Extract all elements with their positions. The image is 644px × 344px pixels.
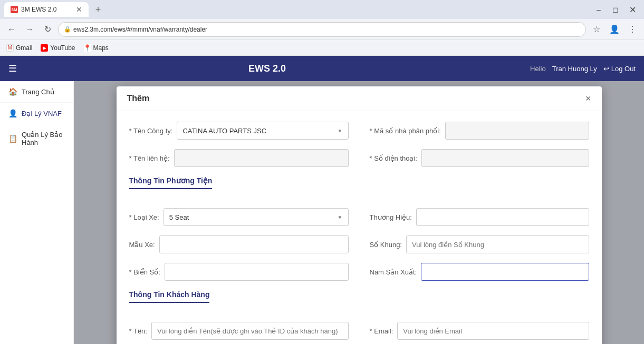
ten-cong-ty-select[interactable]: CATINA AUTO PARTS JSC ▼ — [177, 122, 348, 140]
email-input[interactable] — [397, 322, 589, 340]
window-controls: – ◻ ✕ — [591, 4, 640, 15]
customer-row1: * Tên: * Email: — [129, 322, 589, 340]
vehicle-section-title-container: Thông Tin Phương Tiện — [129, 176, 589, 199]
home-icon: 🏠 — [8, 87, 17, 96]
vehicle-section-title: Thông Tin Phương Tiện — [129, 176, 213, 189]
bien-so-group: * Biển Số: 30K12993 — [129, 263, 349, 281]
ten-lien-he-input[interactable]: TRAN HUONG LY — [174, 149, 349, 167]
modal-close-button[interactable]: × — [585, 94, 591, 103]
bookmarks-bar: M Gmail ▶ YouTube 📍 Maps — [0, 40, 644, 56]
ten-kh-input[interactable] — [151, 322, 349, 340]
sidebar-item-dealer[interactable]: 👤 Đại Lý VNAF — [0, 103, 73, 124]
bookmark-maps[interactable]: 📍 Maps — [84, 44, 109, 52]
modal-body: * Tên Công ty: CATINA AUTO PARTS JSC ▼ *… — [117, 111, 602, 344]
secure-icon: 🔒 — [64, 26, 71, 33]
loai-xe-arrow-icon: ▼ — [338, 214, 343, 220]
ten-kh-label: * Tên: — [129, 327, 147, 335]
customer-section-title: Thông Tin Khách Hàng — [129, 290, 210, 303]
nam-sx-group: Năm Sản Xuất: 2020 — [370, 263, 589, 281]
tab-close-button[interactable]: ✕ — [76, 5, 82, 14]
so-dien-thoai-group: * Số điện thoại: 0824999978 — [370, 149, 589, 167]
mau-xe-input[interactable]: C300 — [159, 235, 349, 253]
select-arrow-icon: ▼ — [338, 128, 343, 134]
company-info-row2: * Tên liên hệ: TRAN HUONG LY * Số điện t… — [129, 149, 589, 167]
minimize-button[interactable]: – — [591, 4, 606, 15]
back-button[interactable]: ← — [4, 22, 19, 37]
top-navigation: ☰ EWS 2.0 Hello Tran Huong Ly ↩ Log Out — [0, 56, 644, 81]
vehicle-row2: Mẫu Xe: C300 Số Khung: — [129, 235, 589, 253]
bien-so-input[interactable]: 30K12993 — [165, 263, 349, 281]
modal-overlay: Thêm × * Tên Công ty: CATINA AUTO PARTS … — [74, 81, 644, 344]
youtube-label: YouTube — [50, 44, 75, 52]
nav-right-section: Hello Tran Huong Ly ↩ Log Out — [530, 65, 636, 73]
nam-sx-input[interactable]: 2020 — [421, 263, 589, 281]
ten-cong-ty-group: * Tên Công ty: CATINA AUTO PARTS JSC ▼ — [129, 122, 349, 140]
sidebar-dealer-label: Đại Lý VNAF — [22, 110, 62, 117]
thuong-hieu-label: Thương Hiệu: — [370, 213, 412, 221]
bien-so-label: * Biển Số: — [129, 268, 160, 276]
maps-icon: 📍 — [84, 44, 91, 52]
ten-lien-he-group: * Tên liên hệ: TRAN HUONG LY — [129, 149, 349, 167]
sidebar-home-label: Trang Chủ — [22, 88, 54, 96]
ma-so-input[interactable]: 10128080 — [445, 122, 589, 140]
so-khung-input[interactable] — [406, 235, 589, 253]
loai-xe-group: * Loại Xe: 5 Seat ▼ — [129, 208, 349, 226]
maps-label: Maps — [93, 44, 109, 52]
ten-lien-he-label: * Tên liên hệ: — [129, 154, 170, 162]
restore-button[interactable]: ◻ — [608, 4, 623, 15]
email-label: * Email: — [370, 327, 393, 335]
sidebar-warranty-label: Quản Lý Bảo Hành — [22, 131, 65, 146]
close-button[interactable]: ✕ — [625, 4, 640, 15]
so-dien-thoai-input[interactable]: 0824999978 — [421, 149, 589, 167]
address-bar[interactable]: 🔒 ews2.3m.com/ews/#/mmm/vnaf/warranty/de… — [58, 22, 586, 37]
ten-cong-ty-label: * Tên Công ty: — [129, 127, 173, 135]
content-area: 🏠 Trang Chủ 👤 Đại Lý VNAF 📋 Quản Lý Bảo … — [0, 81, 644, 344]
logout-button[interactable]: ↩ Log Out — [603, 65, 636, 73]
thuong-hieu-input[interactable]: Mercedes — [416, 208, 589, 226]
ten-cong-ty-value: CATINA AUTO PARTS JSC — [182, 127, 266, 135]
gmail-icon: M — [6, 44, 14, 52]
app-area: ☰ EWS 2.0 Hello Tran Huong Ly ↩ Log Out … — [0, 56, 644, 344]
hello-text: Hello — [530, 65, 546, 73]
mau-xe-group: Mẫu Xe: C300 — [129, 235, 349, 253]
so-khung-group: Số Khung: — [370, 235, 589, 253]
bookmark-button[interactable]: ☆ — [589, 22, 604, 37]
new-tab-button[interactable]: + — [91, 2, 105, 17]
vehicle-row1: * Loại Xe: 5 Seat ▼ Thương Hiệu: Mercede… — [129, 208, 589, 226]
sidebar-item-warranty[interactable]: 📋 Quản Lý Bảo Hành — [0, 124, 73, 153]
vehicle-row3: * Biển Số: 30K12993 Năm Sản Xuất: 2020 — [129, 263, 589, 281]
browser-toolbar: ← → ↻ 🔒 ews2.3m.com/ews/#/mmm/vnaf/warra… — [0, 19, 644, 40]
gmail-label: Gmail — [16, 44, 32, 52]
thuong-hieu-group: Thương Hiệu: Mercedes — [370, 208, 589, 226]
username-text: Tran Huong Ly — [552, 65, 597, 73]
forward-button[interactable]: → — [22, 22, 37, 37]
so-dien-thoai-label: * Số điện thoại: — [370, 154, 418, 162]
bookmark-gmail[interactable]: M Gmail — [6, 44, 32, 52]
loai-xe-label: * Loại Xe: — [129, 213, 159, 221]
profile-button[interactable]: 👤 — [607, 22, 622, 37]
user-icon: 👤 — [8, 109, 17, 117]
mau-xe-label: Mẫu Xe: — [129, 241, 155, 249]
nam-sx-label: Năm Sản Xuất: — [370, 268, 417, 276]
app-logo: EWS 2.0 — [248, 63, 286, 74]
logout-label: Log Out — [611, 65, 636, 73]
bookmark-youtube[interactable]: ▶ YouTube — [41, 44, 75, 52]
sidebar: 🏠 Trang Chủ 👤 Đại Lý VNAF 📋 Quản Lý Bảo … — [0, 81, 74, 344]
warranty-icon: 📋 — [8, 134, 17, 143]
logout-icon: ↩ — [603, 65, 609, 73]
so-khung-label: Số Khung: — [370, 241, 402, 249]
main-content: Thêm × * Tên Công ty: CATINA AUTO PARTS … — [74, 81, 644, 344]
ma-so-label: * Mã số nhà phân phối: — [370, 127, 441, 135]
menu-button[interactable]: ⋮ — [625, 22, 640, 37]
email-group: * Email: — [370, 322, 589, 340]
modal-dialog: Thêm × * Tên Công ty: CATINA AUTO PARTS … — [117, 86, 602, 344]
hamburger-menu[interactable]: ☰ — [8, 63, 17, 74]
customer-section-title-container: Thông Tin Khách Hàng — [129, 290, 589, 312]
sidebar-item-home[interactable]: 🏠 Trang Chủ — [0, 81, 73, 103]
youtube-icon: ▶ — [41, 44, 48, 52]
modal-header: Thêm × — [117, 86, 602, 111]
refresh-button[interactable]: ↻ — [40, 22, 55, 37]
browser-tab[interactable]: 3M 3M EWS 2.0 ✕ — [4, 2, 89, 17]
url-text: ews2.3m.com/ews/#/mmm/vnaf/warranty/deal… — [73, 26, 207, 33]
loai-xe-select[interactable]: 5 Seat ▼ — [164, 208, 349, 226]
